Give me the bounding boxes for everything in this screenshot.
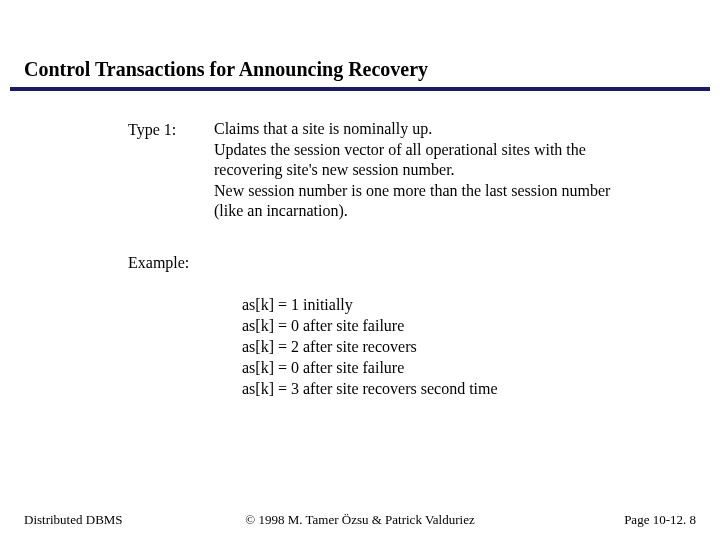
example-label: Example: [24, 252, 214, 272]
slide: Control Transactions for Announcing Reco… [0, 0, 720, 540]
example-body-empty [214, 252, 696, 272]
example-line: as[k] = 0 after site failure [242, 357, 696, 378]
content-area: Type 1: Claims that a site is nominally … [0, 91, 720, 400]
type1-label: Type 1: [24, 119, 214, 222]
type1-para: New session number is one more than the … [214, 181, 636, 221]
example-row: Example: [24, 252, 696, 272]
footer-right: Page 10-12. 8 [624, 512, 696, 528]
example-line: as[k] = 2 after site recovers [242, 336, 696, 357]
footer-left: Distributed DBMS [24, 512, 123, 528]
example-lines: as[k] = 1 initially as[k] = 0 after site… [24, 274, 696, 400]
example-line: as[k] = 3 after site recovers second tim… [242, 378, 696, 399]
type1-row: Type 1: Claims that a site is nominally … [24, 119, 696, 222]
page-title: Control Transactions for Announcing Reco… [0, 0, 720, 87]
footer-center: © 1998 M. Tamer Özsu & Patrick Valduriez [245, 512, 474, 528]
example-line: as[k] = 1 initially [242, 294, 696, 315]
example-line: as[k] = 0 after site failure [242, 315, 696, 336]
type1-para: Claims that a site is nominally up. [214, 119, 636, 139]
footer: Distributed DBMS © 1998 M. Tamer Özsu & … [0, 512, 720, 528]
example-block: Example: as[k] = 1 initially as[k] = 0 a… [24, 252, 696, 400]
type1-body: Claims that a site is nominally up. Upda… [214, 119, 696, 222]
type1-para: Updates the session vector of all operat… [214, 140, 636, 180]
